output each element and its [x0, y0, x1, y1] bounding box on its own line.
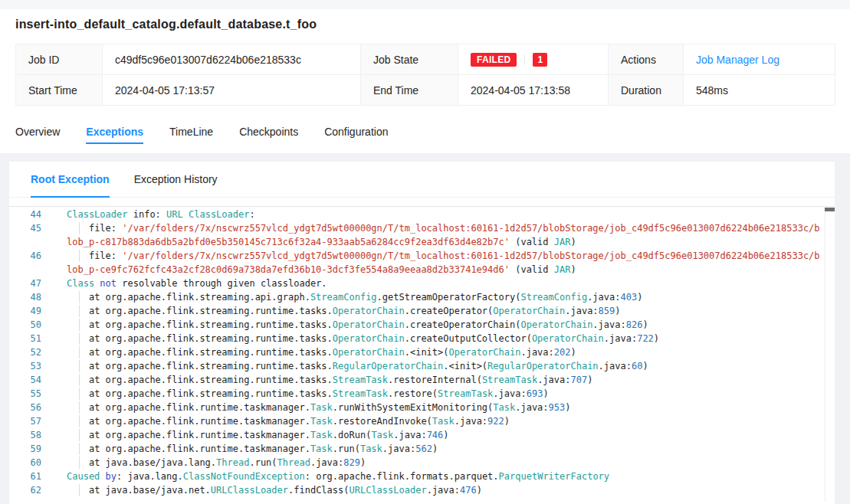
indent-guide	[79, 332, 80, 345]
line-number: 62	[9, 483, 52, 497]
page-title: insert-into_default_catalog.default_data…	[0, 9, 850, 44]
line-number: 60	[9, 456, 52, 470]
code-text: at org.apache.flink.streaming.runtime.ta…	[52, 345, 835, 359]
exception-card: Root ExceptionException History 44ClassL…	[9, 162, 835, 504]
code-line: 56 at org.apache.flink.runtime.taskmanag…	[9, 401, 835, 414]
line-number: 54	[9, 373, 52, 387]
indent-guide	[79, 443, 80, 455]
code-text: at org.apache.flink.runtime.taskmanager.…	[52, 428, 835, 442]
line-number: 47	[9, 277, 52, 290]
code-text: at org.apache.flink.streaming.runtime.ta…	[52, 359, 835, 373]
job-id-value: c49df5c96e013007d6224b06e218533c	[103, 44, 361, 75]
code-text: at org.apache.flink.streaming.api.graph.…	[52, 290, 835, 304]
line-number: 58	[9, 428, 52, 442]
code-line: 50 at org.apache.flink.streaming.runtime…	[9, 318, 835, 332]
indent-guide	[79, 305, 80, 317]
code-line: 60 at java.base/java.lang.Thread.run(Thr…	[9, 456, 835, 470]
root-exception-log: 44ClassLoader info: URL ClassLoader:45 f…	[9, 206, 835, 502]
line-number: 46	[9, 249, 52, 277]
code-text: file: '/var/folders/7x/nscwrz557vlcd_ydg…	[52, 221, 835, 249]
status-badge: FAILED	[471, 53, 517, 67]
code-line: 45 file: '/var/folders/7x/nscwrz557vlcd_…	[9, 221, 835, 249]
indent-guide	[79, 429, 80, 441]
code-line: 62 at java.base/java.net.URLClassLoader.…	[9, 483, 835, 497]
tab-timeline[interactable]: TimeLine	[169, 119, 213, 144]
indent-guide	[79, 346, 80, 358]
indent-guide	[79, 319, 80, 331]
line-number: 52	[9, 345, 52, 359]
indent-guide	[79, 360, 80, 372]
code-line: 52 at org.apache.flink.streaming.runtime…	[9, 345, 835, 359]
code-text: at org.apache.flink.streaming.runtime.ta…	[52, 304, 835, 318]
code-line: 58 at org.apache.flink.runtime.taskmanag…	[9, 428, 835, 442]
actions-cell: Job Manager Log	[684, 44, 835, 75]
scrollbar-thumb[interactable]	[825, 208, 835, 211]
code-line: 59 at org.apache.flink.runtime.taskmanag…	[9, 442, 835, 456]
code-line: 53 at org.apache.flink.streaming.runtime…	[9, 359, 835, 373]
start-time-label: Start Time	[16, 75, 103, 106]
code-text: at org.apache.flink.runtime.taskmanager.…	[52, 414, 835, 428]
tab-checkpoints[interactable]: Checkpoints	[239, 119, 298, 144]
indent-guide	[79, 415, 80, 427]
line-number: 50	[9, 318, 52, 332]
job-state-cell: FAILED 1	[458, 44, 609, 75]
code-text: at java.base/java.lang.Thread.run(Thread…	[52, 456, 835, 470]
code-text: at org.apache.flink.streaming.runtime.ta…	[52, 373, 835, 387]
code-text: at org.apache.flink.runtime.taskmanager.…	[52, 401, 835, 414]
code-line: 47Class not resolvable through given cla…	[9, 277, 835, 290]
code-line: 55 at org.apache.flink.streaming.runtime…	[9, 387, 835, 401]
line-number: 51	[9, 332, 52, 345]
job-info-table: Job ID c49df5c96e013007d6224b06e218533c …	[15, 44, 835, 106]
line-number: 48	[9, 290, 52, 304]
code-line: 49 at org.apache.flink.streaming.runtime…	[9, 304, 835, 318]
code-text: at org.apache.flink.streaming.runtime.ta…	[52, 387, 835, 401]
table-row: Job ID c49df5c96e013007d6224b06e218533c …	[16, 44, 835, 75]
line-number: 55	[9, 387, 52, 401]
actions-label: Actions	[609, 44, 684, 75]
job-manager-log-link[interactable]: Job Manager Log	[696, 54, 779, 66]
code-text: ClassLoader info: URL ClassLoader:	[52, 208, 835, 221]
code-line: 61Caused by: java.lang.ClassNotFoundExce…	[9, 470, 835, 483]
line-number: 59	[9, 442, 52, 456]
subtab-root-exception[interactable]: Root Exception	[31, 162, 110, 197]
exception-tabs: Root ExceptionException History	[9, 162, 835, 198]
job-state-label: Job State	[361, 44, 458, 75]
line-number: 49	[9, 304, 52, 318]
code-line: 48 at org.apache.flink.streaming.api.gra…	[9, 290, 835, 304]
subtab-exception-history[interactable]: Exception History	[134, 162, 218, 197]
code-text: Class not resolvable through given class…	[52, 277, 835, 290]
indent-guide	[79, 222, 80, 234]
indent-guide	[79, 291, 80, 303]
stack-trace: 44ClassLoader info: URL ClassLoader:45 f…	[9, 207, 835, 497]
code-text: at org.apache.flink.streaming.runtime.ta…	[52, 332, 835, 345]
tab-overview[interactable]: Overview	[15, 119, 60, 144]
code-line: 57 at org.apache.flink.runtime.taskmanag…	[9, 414, 835, 428]
indent-guide	[79, 374, 80, 386]
job-header: insert-into_default_catalog.default_data…	[0, 9, 850, 153]
indent-guide	[79, 457, 80, 469]
line-number: 61	[9, 470, 52, 483]
indent-guide	[79, 484, 80, 496]
indent-guide	[79, 250, 80, 262]
line-number: 44	[9, 208, 52, 221]
table-row: Start Time 2024-04-05 17:13:57 End Time …	[16, 75, 835, 106]
vertical-scrollbar[interactable]	[825, 207, 835, 502]
code-line: 54 at org.apache.flink.streaming.runtime…	[9, 373, 835, 387]
line-number: 45	[9, 221, 52, 249]
code-line: 46 file: '/var/folders/7x/nscwrz557vlcd_…	[9, 249, 835, 277]
tab-exceptions[interactable]: Exceptions	[86, 119, 143, 144]
tab-configuration[interactable]: Configuration	[324, 119, 388, 144]
line-number: 57	[9, 414, 52, 428]
window-top-strip	[0, 0, 850, 9]
code-text: Caused by: java.lang.ClassNotFoundExcept…	[52, 470, 835, 483]
code-text: at java.base/java.net.URLClassLoader.fin…	[52, 483, 835, 497]
end-time-label: End Time	[361, 75, 458, 106]
end-time-value: 2024-04-05 17:13:58	[458, 75, 609, 106]
start-time-value: 2024-04-05 17:13:57	[103, 75, 361, 106]
code-text: file: '/var/folders/7x/nscwrz557vlcd_ydg…	[52, 249, 835, 277]
main-tabs: OverviewExceptionsTimeLineCheckpointsCon…	[0, 119, 850, 144]
code-text: at org.apache.flink.streaming.runtime.ta…	[52, 318, 835, 332]
badge-divider	[524, 54, 525, 65]
indent-guide	[79, 388, 80, 400]
job-id-label: Job ID	[16, 44, 103, 75]
